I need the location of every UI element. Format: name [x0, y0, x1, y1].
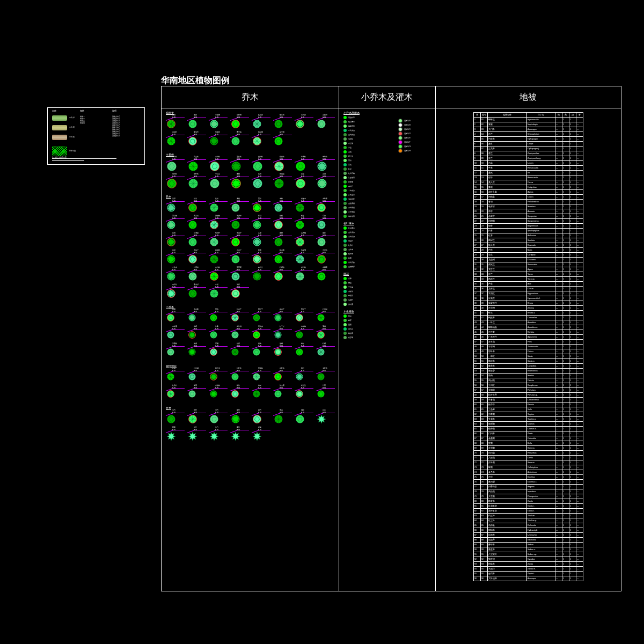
- svg-point-680: [211, 392, 212, 393]
- shrub-item: 茶梅: [343, 163, 435, 167]
- svg-point-284: [318, 221, 326, 229]
- tree-symbol: 红千层H-W: [272, 327, 294, 343]
- tree-symbol: 棕榈H-W: [165, 115, 186, 131]
- cad-canvas[interactable]: 名称 规格 说明 示例 绿示例 黄示例 棕 规格一规格二规格三规格四 说明文本行…: [0, 0, 644, 644]
- svg-point-153: [234, 186, 235, 187]
- shrub-dot-icon: [343, 202, 347, 205]
- table-row: 7676康乃馨Dianthus c.—11—: [474, 480, 583, 485]
- svg-point-262: [260, 224, 261, 225]
- shrub-item-right: 灌木球 F: [398, 140, 435, 144]
- tree-symbol-icon: [317, 373, 325, 380]
- table-row: 808葱兰Zephyranthes—11—: [474, 151, 583, 156]
- shrub-dot-icon: [343, 323, 347, 326]
- svg-point-423: [259, 274, 260, 275]
- svg-point-263: [259, 226, 260, 227]
- svg-point-289: [172, 244, 173, 245]
- svg-point-154: [233, 185, 234, 186]
- tree-symbol-icon: [231, 179, 241, 188]
- shrub-item: 三角梅: [343, 285, 435, 289]
- swatch-label-1: 示例 黄: [69, 126, 75, 128]
- svg-point-677: [212, 396, 213, 397]
- table-header: 高: [562, 113, 569, 118]
- svg-point-627: [212, 378, 213, 379]
- svg-point-246: [171, 221, 172, 222]
- tree-symbol-icon: [167, 314, 174, 321]
- svg-point-68: [210, 141, 211, 142]
- shrub-dot-icon: [343, 185, 347, 188]
- svg-point-312: [260, 241, 261, 243]
- svg-point-240: [171, 228, 172, 229]
- tree-symbol-icon: [253, 415, 261, 423]
- table-row: 7373翠菊Callistephus—11—: [474, 465, 583, 470]
- svg-point-171: [296, 179, 305, 188]
- tree-symbol-icon: [317, 221, 326, 229]
- shrub-dot-icon: [343, 137, 347, 141]
- svg-point-703: [297, 394, 298, 396]
- tree-symbol: 木麻黄H-W: [315, 268, 336, 284]
- shrub-item: 美人蕉: [343, 302, 435, 306]
- svg-point-216: [255, 210, 256, 211]
- svg-point-597: [276, 349, 277, 350]
- svg-point-628: [211, 377, 212, 378]
- svg-point-177: [321, 186, 323, 187]
- tree-symbol-icon: [317, 179, 327, 188]
- shrub-item: 八角金盘: [343, 193, 435, 197]
- svg-point-190: [171, 210, 172, 211]
- tree-symbol: 苦楝H-W: [251, 233, 272, 250]
- tree-symbol-icon: [210, 373, 217, 380]
- tree-symbol-icon: [231, 415, 240, 423]
- svg-point-655: [297, 375, 298, 376]
- svg-point-652: [298, 378, 299, 379]
- svg-point-658: [300, 374, 301, 375]
- table-row: 1010石蒜Lycoris—11—: [474, 161, 583, 166]
- table-row: 2525红掌Anthurium—11—: [474, 233, 583, 238]
- svg-point-274: [275, 221, 283, 229]
- svg-point-448: [173, 291, 174, 292]
- tree-symbol-icon: [167, 179, 177, 188]
- svg-point-14: [215, 126, 216, 127]
- shrub-dot-icon: [398, 140, 402, 144]
- svg-point-511: [167, 332, 174, 339]
- svg-point-187: [174, 207, 175, 208]
- tree-row-2: 香樟H-W桂花H-W芒果H-W龙眼H-W荔枝H-W木棉H-W凤凰木H-W大叶紫H…: [165, 199, 339, 302]
- svg-point-290: [171, 245, 172, 246]
- svg-marker-752: [231, 432, 240, 441]
- tree-symbol-icon: [188, 137, 197, 145]
- table-row: 7171大丽花Dahlia—11—: [474, 456, 583, 460]
- tree-symbol-icon: [167, 348, 174, 356]
- tree-symbol: 串钱柳H-W: [294, 327, 315, 343]
- tree-symbol-icon: [296, 221, 304, 229]
- table-row: 1313射干Belamcanda—11—: [474, 175, 583, 180]
- table-row: 8181红花酢浆Oxalis r.—11—: [474, 504, 583, 509]
- shrub-dot-icon: [343, 180, 347, 184]
- svg-point-466: [193, 319, 194, 320]
- svg-point-519: [189, 335, 191, 336]
- svg-point-242: [168, 226, 169, 227]
- shrub-dot-icon: [343, 189, 347, 192]
- svg-point-135: [324, 164, 325, 165]
- tree-section-2: 乔木: [166, 195, 339, 198]
- svg-point-674: [215, 394, 216, 396]
- table-row: 1515姜花Hedychium—11—: [474, 185, 583, 190]
- svg-point-392: [168, 277, 169, 279]
- svg-point-654: [296, 376, 297, 377]
- tree-symbol: 龙血树H-W: [208, 386, 229, 402]
- tree-symbol: 海桐H-W: [186, 344, 208, 360]
- table-row: 2828芭蕉Musa—11—: [474, 248, 583, 253]
- svg-point-199: [189, 204, 197, 212]
- svg-point-625: [214, 378, 215, 379]
- table-row: 3333丝兰Yucca—11—: [474, 272, 583, 277]
- svg-point-570: [189, 352, 190, 353]
- svg-point-373: [259, 257, 260, 258]
- svg-point-384: [318, 255, 326, 264]
- shrub-dot-icon: [343, 150, 347, 153]
- svg-point-222: [258, 204, 259, 206]
- svg-point-670: [189, 391, 196, 398]
- svg-point-734: [237, 416, 238, 417]
- svg-point-656: [298, 374, 299, 375]
- tree-symbol: 腊肠树H-W: [208, 216, 229, 232]
- svg-point-219: [254, 206, 255, 207]
- svg-point-194: [168, 206, 169, 207]
- svg-point-630: [211, 375, 212, 376]
- svg-point-467: [192, 320, 193, 321]
